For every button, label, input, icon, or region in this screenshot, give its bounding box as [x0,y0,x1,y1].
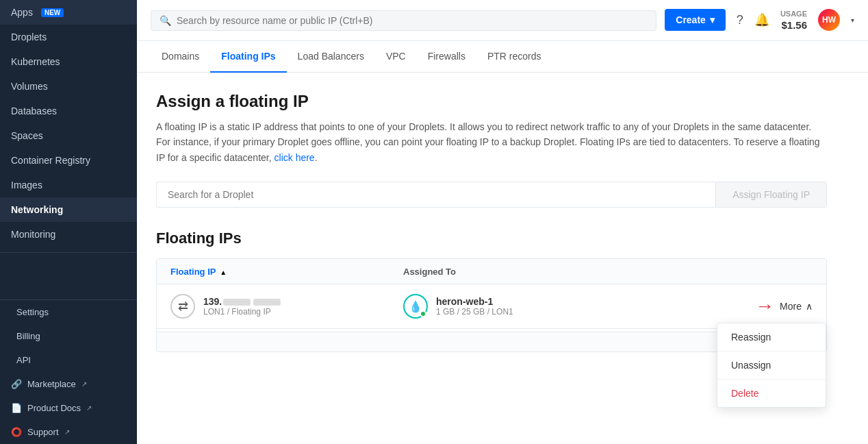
bottom-label-product-docs: Product Docs [27,403,81,413]
bottom-label-support: Support [27,427,59,437]
droplet-status-dot [420,310,426,317]
floating-ips-table: Floating IP ▲ Assigned To ⇄ 139. LON1 / … [156,258,827,352]
topbar: 🔍 Create ▾ ? 🔔 USAGE $1.56 HW ▾ [137,0,868,41]
col-assigned-label: Assigned To [403,267,456,277]
tab-floating-ips[interactable]: Floating IPs [210,41,286,73]
bottom-icon-marketplace: 🔗 [11,379,22,389]
create-button[interactable]: Create ▾ [665,9,726,31]
sort-icon: ▲ [220,269,227,276]
notification-icon[interactable]: 🔔 [754,12,769,27]
page-title: Assign a floating IP [156,92,849,111]
avatar[interactable]: HW [818,9,840,31]
sidebar-item-label-droplets: Droplets [11,32,47,42]
sidebar-item-networking[interactable]: Networking [0,197,137,222]
more-dropdown-menu: ReassignUnassignDelete [717,323,826,408]
sidebar-item-label-networking: Networking [11,204,63,215]
help-icon[interactable]: ? [737,13,743,27]
sidebar-item-label-spaces: Spaces [11,130,43,141]
networking-tabs: DomainsFloating IPsLoad BalancersVPCFire… [137,41,868,73]
tab-ptr-records[interactable]: PTR records [476,41,552,73]
sidebar-item-droplets[interactable]: Droplets [0,25,137,49]
bottom-icon-support: ⭕ [11,427,22,437]
page-description: A floating IP is a static IP address tha… [156,119,827,165]
droplet-search-input[interactable] [156,182,715,208]
ip-cell: ⇄ 139. LON1 / Floating IP [170,294,403,319]
droplet-info: heron-web-1 1 GB / 25 GB / LON1 [436,296,513,317]
topbar-actions: Create ▾ ? 🔔 USAGE $1.56 HW ▾ [665,9,854,32]
ip-redacted-1 [223,299,251,306]
content-area: Assign a floating IP A floating IP is a … [137,73,868,444]
droplet-icon: 💧 [403,294,428,319]
ip-location: LON1 / Floating IP [203,307,282,317]
ip-address: 139. [203,296,282,307]
table-header: Floating IP ▲ Assigned To [157,259,826,284]
sidebar-item-label-volumes: Volumes [11,81,48,92]
actions-cell: → More ∧ [676,297,813,316]
sidebar-divider [0,252,137,253]
main-content: 🔍 Create ▾ ? 🔔 USAGE $1.56 HW ▾ DomainsF… [137,0,868,444]
sidebar-item-apps[interactable]: AppsNEW [0,0,137,25]
badge-apps: NEW [41,8,64,17]
sidebar-bottom-item-product-docs[interactable]: 📄 Product Docs ↗ [0,396,137,420]
usage-block: USAGE $1.56 [780,9,807,32]
bottom-icon-product-docs: 📄 [11,403,22,413]
droplet-name: heron-web-1 [436,296,513,307]
sidebar-item-images[interactable]: Images [0,173,137,197]
sidebar-item-databases[interactable]: Databases [0,99,137,123]
sidebar-bottom-item-api[interactable]: API [0,348,137,372]
sidebar-item-label-kubernetes: Kubernetes [11,56,60,67]
dropdown-item-delete[interactable]: Delete [717,380,826,407]
external-link-icon-product-docs: ↗ [86,404,92,412]
sidebar-item-container-registry[interactable]: Container Registry [0,148,137,173]
sidebar-item-label-monitoring: Monitoring [11,229,55,240]
bottom-label-api: API [16,355,31,365]
sidebar-item-monitoring[interactable]: Monitoring [0,222,137,247]
col-assigned-header: Assigned To [403,266,676,277]
ip-redacted-2 [253,299,281,306]
sidebar-bottom-item-marketplace[interactable]: 🔗 Marketplace ↗ [0,372,137,396]
sidebar-item-kubernetes[interactable]: Kubernetes [0,49,137,74]
dropdown-item-reassign[interactable]: Reassign [717,323,826,352]
external-link-icon-support: ↗ [64,428,70,436]
tab-load-balancers[interactable]: Load Balancers [287,41,375,73]
assign-row: Assign Floating IP [156,182,827,208]
sidebar-bottom-item-settings[interactable]: Settings [0,300,137,324]
sidebar-item-volumes[interactable]: Volumes [0,74,137,99]
sidebar-item-label-databases: Databases [11,106,57,116]
sidebar-item-label-apps: Apps [11,7,33,18]
bottom-label-marketplace: Marketplace [27,379,76,389]
droplet-spec: 1 GB / 25 GB / LON1 [436,307,513,317]
assign-floating-ip-button[interactable]: Assign Floating IP [715,182,827,208]
sidebar: AppsNEWDropletsKubernetesVolumesDatabase… [0,0,137,444]
floating-ip-icon: ⇄ [170,294,195,319]
arrow-right-icon: → [755,297,774,316]
col-ip-label: Floating IP [170,267,216,277]
ip-info: 139. LON1 / Floating IP [203,296,282,317]
sidebar-item-label-images: Images [11,180,42,190]
bottom-label-billing: Billing [16,331,40,341]
col-ip-header[interactable]: Floating IP ▲ [170,266,403,277]
dropdown-item-unassign[interactable]: Unassign [717,352,826,380]
tab-vpc[interactable]: VPC [375,41,417,73]
sidebar-bottom-item-support[interactable]: ⭕ Support ↗ [0,420,137,444]
global-search-input[interactable] [177,15,648,26]
sidebar-item-spaces[interactable]: Spaces [0,123,137,148]
click-here-link[interactable]: click here [275,152,315,163]
tab-firewalls[interactable]: Firewalls [417,41,476,73]
sidebar-bottom-item-billing[interactable]: Billing [0,324,137,348]
usage-label: USAGE [780,9,807,18]
section-title: Floating IPs [156,230,849,247]
tab-domains[interactable]: Domains [151,41,210,73]
more-button[interactable]: More ∧ [780,301,813,312]
chevron-up-icon: ∧ [806,301,813,312]
col-actions-header [676,266,813,277]
avatar-chevron-icon[interactable]: ▾ [851,16,854,24]
sidebar-item-label-container-registry: Container Registry [11,155,90,166]
table-row: ⇄ 139. LON1 / Floating IP 💧 heron-web [157,284,826,329]
bottom-label-settings: Settings [16,307,49,317]
assigned-cell: 💧 heron-web-1 1 GB / 25 GB / LON1 [403,294,676,319]
global-search-bar[interactable]: 🔍 [151,10,656,31]
usage-amount: $1.56 [780,18,807,32]
chevron-down-icon: ▾ [710,14,715,25]
external-link-icon-marketplace: ↗ [81,380,87,388]
